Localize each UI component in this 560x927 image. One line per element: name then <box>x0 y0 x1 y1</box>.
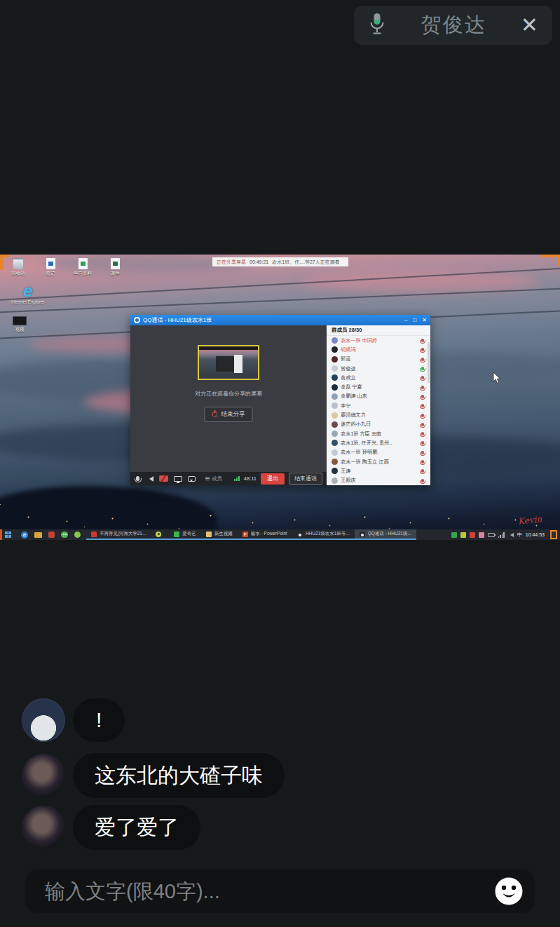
mic-muted-icon <box>421 460 424 464</box>
power-icon <box>212 412 218 417</box>
mic-muted-icon <box>421 469 424 473</box>
member-row[interactable]: 王涛 <box>327 466 430 475</box>
avatar <box>332 478 338 484</box>
desktop-icon-recycle-bin[interactable]: 回收站 <box>6 258 31 276</box>
tray-app-icon[interactable] <box>451 532 457 538</box>
share-border-mark <box>0 255 10 257</box>
city-lights <box>0 504 1 505</box>
taskbar-item-qq-group[interactable]: HHU21级农水1班等... <box>292 529 355 540</box>
wechat-icon[interactable] <box>61 532 68 538</box>
desktop-icon-internet-explorer[interactable]: e Internet Explorer <box>7 283 49 304</box>
member-row[interactable]: 农水一班 申旧婷 <box>327 336 430 345</box>
avatar[interactable] <box>22 806 65 849</box>
desktop-icon-doc3[interactable]: 课件 <box>102 258 128 276</box>
avatar <box>332 356 338 363</box>
member-panel: 群成员 28/30 农水一班 申旧婷 胡炳冯 郭蓝 贺俊达 黄成立 金磊 宁夏 … <box>327 325 430 485</box>
chat-message: 这东北的大碴子味 <box>22 753 285 798</box>
pinned-app-icon[interactable] <box>48 532 55 538</box>
member-row[interactable]: 金磊 宁夏 <box>327 382 430 391</box>
members-toggle[interactable]: 成员 <box>205 475 222 482</box>
document-icon <box>78 258 88 269</box>
qq-call-main-area: 对方正在观看你分享的屏幕 结束分享 成员 <box>130 325 327 485</box>
member-row[interactable]: 郭蓝 <box>327 355 430 364</box>
chat-message: ! <box>22 698 125 742</box>
start-button[interactable] <box>0 529 15 540</box>
member-row[interactable]: 农水1班 方臣 云南 <box>327 429 430 438</box>
document-app-icon <box>206 532 212 537</box>
screen-share-icon[interactable] <box>174 476 182 482</box>
member-list-scrollbar[interactable] <box>428 342 430 383</box>
taskbar-clock[interactable]: 10:44:53 <box>526 532 545 537</box>
show-desktop-button[interactable] <box>550 530 557 539</box>
mic-muted-icon <box>421 339 424 342</box>
share-border-mark <box>557 255 560 266</box>
member-row[interactable]: 农水一班 孙明鹏 <box>327 448 430 457</box>
network-icon[interactable] <box>498 532 505 538</box>
pinned-app-icon[interactable] <box>74 532 81 538</box>
tray-app-icon[interactable] <box>460 532 466 538</box>
mic-muted-icon <box>421 479 424 482</box>
mic-muted-icon <box>421 358 424 361</box>
member-row[interactable]: 胡炳冯 <box>327 345 430 354</box>
member-row[interactable]: 农水1班, 任开兴, 贵州.. <box>327 438 430 447</box>
green-app-icon <box>174 532 179 537</box>
taskbar-item-eye[interactable] <box>151 529 169 540</box>
input-method-indicator[interactable]: 中 <box>517 532 522 539</box>
taskbar-item-video[interactable]: 新生视频 <box>201 529 238 540</box>
close-window-button[interactable]: ✕ <box>422 318 427 323</box>
share-border-mark <box>0 529 2 540</box>
avatar[interactable] <box>22 698 65 742</box>
end-share-button[interactable]: 结束分享 <box>205 407 253 422</box>
desktop-icon-doc2[interactable]: 学习资料 <box>70 258 95 276</box>
member-row[interactable]: 王殿庆 <box>327 475 430 485</box>
avatar <box>332 374 338 381</box>
sharing-timer: 00:49:21 <box>250 259 268 264</box>
volume-icon[interactable] <box>508 533 514 537</box>
screen-preview-thumbnail[interactable] <box>198 345 259 380</box>
tray-app-icon[interactable] <box>479 532 484 538</box>
taskbar-item-powerpoint[interactable]: P 输水 - PowerPoint <box>238 529 292 540</box>
emoji-button[interactable] <box>494 877 524 906</box>
recycle-bin-icon <box>13 258 23 269</box>
mic-toggle-icon[interactable] <box>136 476 139 481</box>
member-row[interactable]: 农水一班 陶玉立 江西 <box>327 457 430 466</box>
avatar <box>332 412 338 419</box>
shared-screen-view[interactable]: Kevin 回收站 笔记 学习资料 课件 e Internet Explorer… <box>0 255 560 540</box>
member-row[interactable]: 贺俊达 <box>327 364 430 373</box>
qq-window-titlebar[interactable]: QQ通话 - HHU21级农水1班 – □ ✕ <box>130 315 430 325</box>
taskbar-item-qq-call[interactable]: QQ通话 - HHU21级... <box>355 529 416 540</box>
mic-muted-icon <box>421 395 424 398</box>
document-icon <box>46 258 55 269</box>
mic-muted-icon <box>421 348 424 351</box>
exit-button[interactable]: 退出 <box>261 473 285 485</box>
member-row[interactable]: 迷茫的小九日 <box>327 420 430 429</box>
chat-icon[interactable] <box>188 476 196 482</box>
desktop-icon-video[interactable]: 视频 <box>6 316 34 332</box>
mic-muted-icon <box>421 404 424 407</box>
sharing-status: 正在分享屏幕 <box>217 259 246 266</box>
taskbar-item-iqiyi[interactable]: 爱奇艺 <box>169 529 201 540</box>
message-input[interactable] <box>45 880 494 903</box>
desktop-icons: 回收站 笔记 学习资料 课件 <box>6 258 128 276</box>
file-explorer-icon[interactable] <box>34 532 42 538</box>
minimize-button[interactable]: – <box>404 318 407 323</box>
battery-icon[interactable] <box>488 533 495 537</box>
maximize-button[interactable]: □ <box>413 318 416 323</box>
member-row[interactable]: 黄成立 <box>327 373 430 382</box>
member-row[interactable]: 金鹏涛 山东 <box>327 392 430 401</box>
member-row[interactable]: 李宁 <box>327 401 430 410</box>
camera-off-icon[interactable] <box>159 475 168 482</box>
edge-icon[interactable]: e <box>21 532 28 539</box>
mouse-cursor <box>493 372 501 387</box>
tray-app-icon[interactable] <box>470 532 475 538</box>
speaker-toggle-icon[interactable] <box>146 476 153 482</box>
chat-message: 爱了爱了 <box>22 805 200 850</box>
mic-muted-icon <box>421 451 424 454</box>
desktop-icon-doc1[interactable]: 笔记 <box>38 258 63 276</box>
avatar[interactable] <box>22 754 65 797</box>
close-icon[interactable]: ✕ <box>521 15 538 36</box>
end-call-button[interactable]: 结束通话 <box>289 473 322 485</box>
member-row[interactable]: 廖清德文力 <box>327 410 430 419</box>
member-panel-header: 群成员 28/30 <box>327 325 430 336</box>
taskbar-item-browser[interactable]: 不再荐见|河海大学21... <box>86 529 151 540</box>
